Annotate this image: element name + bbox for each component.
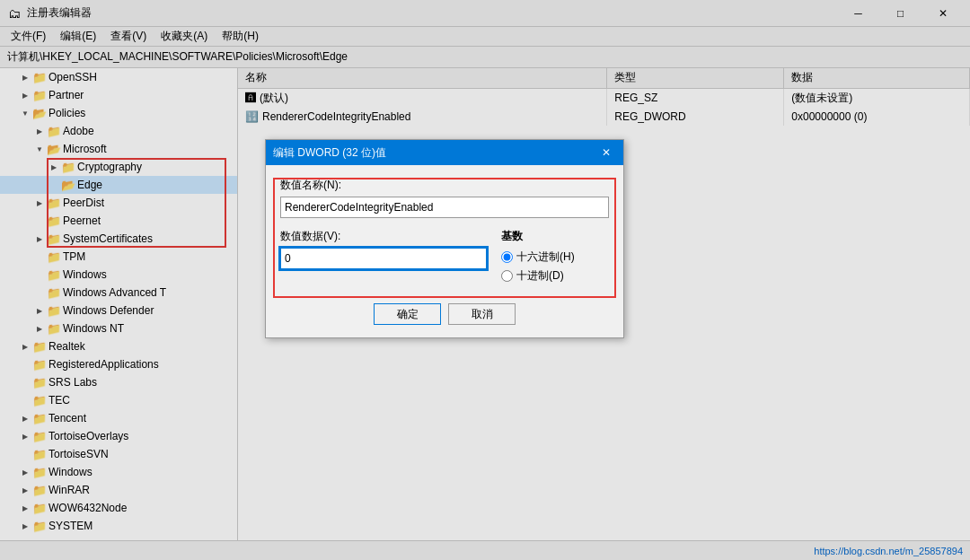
dialog-close-button[interactable]: ✕: [596, 143, 616, 162]
data-label: 数值数据(V):: [280, 229, 487, 244]
hex-label: 十六进制(H): [516, 249, 575, 265]
name-label: 数值名称(N):: [280, 178, 609, 193]
dec-label: 十进制(D): [516, 268, 564, 284]
dec-radio-label[interactable]: 十进制(D): [501, 268, 609, 284]
dialog-row: 数值数据(V): 基数 十六进制(H) 十进制(D): [280, 229, 609, 287]
ok-button[interactable]: 确定: [374, 303, 441, 325]
value-section: 数值数据(V):: [280, 229, 487, 269]
base-section: 基数 十六进制(H) 十进制(D): [501, 229, 609, 287]
hex-radio-label[interactable]: 十六进制(H): [501, 249, 609, 265]
hex-radio[interactable]: [501, 251, 513, 263]
dec-radio[interactable]: [501, 270, 513, 282]
dialog-buttons: 确定 取消: [266, 296, 623, 337]
data-input[interactable]: [280, 248, 487, 269]
name-input[interactable]: [280, 197, 609, 218]
base-title: 基数: [501, 229, 609, 244]
cancel-button[interactable]: 取消: [448, 303, 516, 325]
dialog-title-bar: 编辑 DWORD (32 位)值 ✕: [266, 140, 623, 165]
edit-dword-dialog: 编辑 DWORD (32 位)值 ✕ 数值名称(N): 数值数据(V): 基数 …: [265, 139, 624, 338]
dialog-title: 编辑 DWORD (32 位)值: [273, 145, 596, 161]
dialog-body: 数值名称(N): 数值数据(V): 基数 十六进制(H) 十进制(D): [266, 165, 623, 296]
